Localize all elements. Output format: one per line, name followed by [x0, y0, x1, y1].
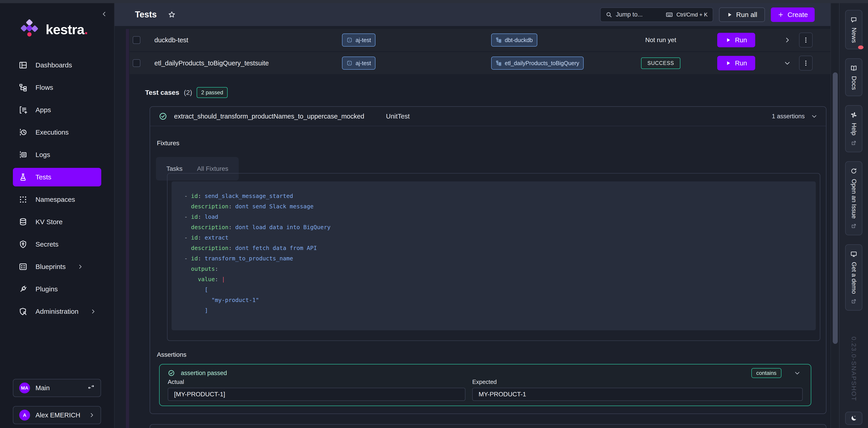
sidebar-collapse-icon[interactable]	[101, 11, 107, 17]
code-line: - id: extract	[184, 232, 803, 243]
sidebar-item-dashboards[interactable]: Dashboards	[13, 56, 101, 75]
docs-icon	[850, 65, 857, 72]
create-button[interactable]: Create	[771, 7, 815, 22]
row-checkbox[interactable]	[133, 36, 141, 44]
workspace-avatar: MA	[19, 382, 30, 393]
workspace-switcher[interactable]: MA Main	[13, 379, 101, 397]
rail-button-docs[interactable]: Docs	[845, 58, 862, 96]
theme-toggle-button[interactable]	[845, 412, 862, 425]
brand-logo[interactable]: kestra.	[18, 18, 88, 41]
keyboard-icon	[666, 11, 673, 18]
flow-badge[interactable]: etl_dailyProducts_toBigQuery	[491, 57, 584, 70]
code-line: outputs:	[184, 264, 803, 274]
namespace-icon	[346, 60, 352, 66]
code-line: description: dont send Slack message	[184, 201, 803, 212]
chevron-down-icon[interactable]	[794, 370, 800, 376]
fixtures-code-editor[interactable]: - id: send_slack_message_started descrip…	[172, 181, 816, 330]
selection-accent-strip	[126, 29, 129, 428]
tests-table: duckdb-test aj-test dbt-duckdb Not run y…	[129, 29, 831, 75]
row-checkbox[interactable]	[133, 59, 141, 67]
rail-button-label: Docs	[850, 76, 857, 90]
code-line: description: dont fetch data from API	[184, 243, 803, 253]
test-case-header[interactable]: extract_should_transform_productNames_to…	[150, 107, 826, 126]
table-row[interactable]: duckdb-test aj-test dbt-duckdb Not run y…	[129, 29, 831, 51]
window-top-strip	[0, 0, 868, 3]
external-link-icon	[851, 223, 857, 229]
user-menu[interactable]: A Alex EMERICH	[13, 406, 101, 424]
expected-label: Expected	[472, 378, 803, 386]
page-header: Tests Jump to... Ctrl/Cmd + K Run all Cr…	[115, 3, 831, 26]
favorite-star-icon[interactable]	[168, 11, 176, 19]
namespaces-icon	[19, 195, 27, 204]
sidebar-item-flows[interactable]: Flows	[13, 78, 101, 97]
table-row[interactable]: etl_dailyProducts_toBigQuery_testsuite a…	[129, 52, 831, 74]
status-badge: SUCCESS	[641, 57, 680, 69]
vertical-scrollbar[interactable]	[831, 3, 839, 428]
sidebar-item-label: Flows	[35, 84, 53, 91]
get-a-demo-icon	[850, 251, 857, 257]
kestra-app: kestra. DashboardsFlowsAppsExecutionsLog…	[0, 0, 868, 428]
sidebar-item-blueprints[interactable]: Blueprints	[13, 257, 101, 276]
sidebar-item-label: Plugins	[35, 285, 58, 293]
jump-to-search[interactable]: Jump to... Ctrl/Cmd + K	[600, 7, 713, 22]
user-avatar: A	[19, 410, 30, 421]
run-button[interactable]: Run	[717, 56, 755, 70]
next-test-case-card-partial[interactable]	[150, 424, 827, 428]
sidebar-item-logs[interactable]: Logs	[13, 145, 101, 164]
assertions-title: Assertions	[157, 351, 186, 358]
sidebar-item-apps[interactable]: Apps	[13, 101, 101, 119]
play-icon	[725, 60, 731, 66]
namespace-badge[interactable]: aj-test	[342, 33, 375, 47]
scrollbar-thumb[interactable]	[833, 73, 838, 344]
row-menu-button[interactable]	[799, 33, 813, 48]
rail-button-open-an-issue[interactable]: Open an Issue	[845, 161, 862, 235]
rail-button-get-a-demo[interactable]: Get a demo	[845, 244, 862, 311]
test-cases-title: Test cases	[145, 89, 179, 96]
sidebar-item-administration[interactable]: Administration	[13, 302, 101, 321]
sidebar-item-kv-store[interactable]: KV Store	[13, 212, 101, 231]
expected-column: Expected MY-PRODUCT-1	[472, 378, 803, 401]
moon-icon	[850, 415, 857, 422]
flow-icon	[496, 60, 502, 66]
page-title: Tests	[135, 10, 157, 20]
rail-button-label: Open an Issue	[850, 179, 857, 219]
assertions-toggle[interactable]: 1 assertions	[772, 113, 817, 120]
run-all-button[interactable]: Run all	[719, 7, 765, 22]
play-icon	[727, 12, 733, 18]
search-placeholder: Jump to...	[616, 11, 643, 18]
flow-icon	[496, 37, 502, 43]
expected-value-field[interactable]: MY-PRODUCT-1	[472, 388, 803, 401]
operator-badge[interactable]: contains	[751, 368, 781, 378]
actual-column: Actual [MY-PRODUCT-1]	[168, 378, 465, 401]
flow-badge[interactable]: dbt-duckdb	[491, 33, 537, 47]
tab-tasks[interactable]: Tasks	[166, 165, 183, 172]
main-content: duckdb-test aj-test dbt-duckdb Not run y…	[115, 26, 831, 428]
sidebar-menu: DashboardsFlowsAppsExecutionsLogsTestsNa…	[0, 52, 114, 321]
actual-value-field[interactable]: [MY-PRODUCT-1]	[168, 388, 465, 401]
expand-chevron-right-icon[interactable]	[784, 37, 791, 44]
code-line: - id: send_slack_message_started	[184, 191, 803, 201]
sidebar-item-tests[interactable]: Tests	[13, 168, 101, 187]
row-menu-button[interactable]	[799, 56, 813, 70]
search-shortcut: Ctrl/Cmd + K	[677, 11, 708, 18]
rail-button-news[interactable]: News	[845, 10, 862, 49]
check-circle-icon	[168, 369, 175, 377]
user-label: Alex EMERICH	[35, 411, 80, 419]
news-icon	[850, 16, 857, 23]
run-button[interactable]: Run	[717, 33, 755, 47]
rail-button-help[interactable]: Help	[845, 105, 862, 152]
notification-dot	[858, 46, 864, 49]
play-icon	[725, 37, 731, 43]
sidebar-item-executions[interactable]: Executions	[13, 123, 101, 142]
external-link-icon	[851, 298, 857, 304]
collapse-chevron-down-icon[interactable]	[784, 60, 791, 66]
sidebar-item-label: Blueprints	[35, 263, 66, 270]
sidebar-item-secrets[interactable]: Secrets	[13, 235, 101, 254]
secrets-icon	[19, 240, 27, 249]
rail-button-label: Get a demo	[850, 262, 857, 294]
sidebar-item-namespaces[interactable]: Namespaces	[13, 190, 101, 209]
tab-all-fixtures[interactable]: All Fixtures	[197, 165, 228, 172]
sidebar-item-plugins[interactable]: Plugins	[13, 280, 101, 298]
administration-icon	[19, 307, 27, 316]
namespace-badge[interactable]: aj-test	[342, 57, 375, 70]
